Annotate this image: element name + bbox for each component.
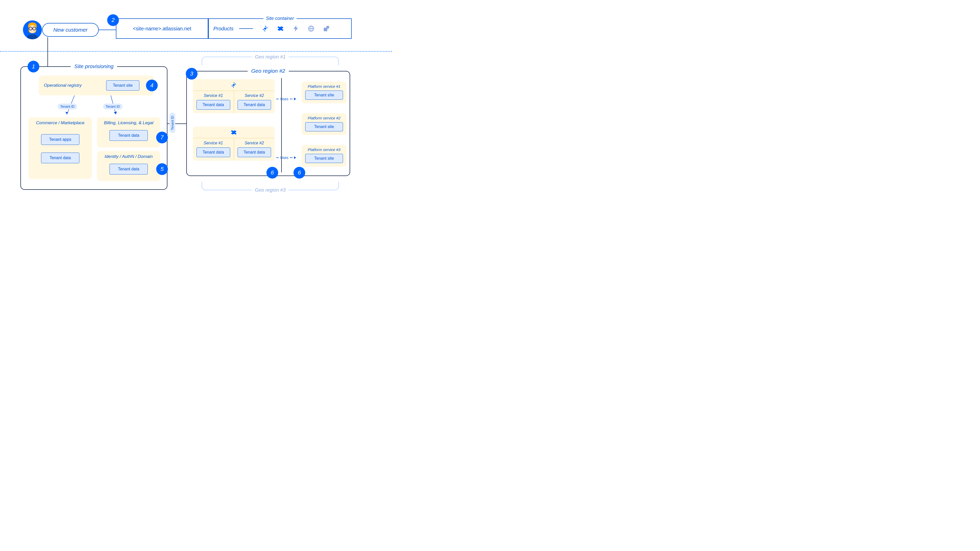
tenant-data-chip: Tenant data — [41, 152, 80, 163]
service-2-title: Service #2 — [238, 94, 271, 98]
jira-icon — [262, 25, 269, 32]
site-container-title: Site container — [263, 16, 297, 21]
platform-service-3-title: Platform service #3 — [305, 148, 343, 152]
service-1-box: Service #1 Tenant data — [193, 138, 234, 161]
commerce-marketplace-box: Commerce / Marketplace Tenant apps Tenan… — [29, 118, 92, 179]
tenant-data-chip: Tenant data — [197, 100, 230, 110]
platform-service-1-title: Platform service #1 — [305, 84, 343, 89]
service-2-box: Service #2 Tenant data — [234, 138, 275, 161]
service-2-title: Service #2 — [238, 141, 271, 145]
tenant-site-chip: Tenant sIte — [305, 91, 343, 100]
geo-region-1-title: Geo region #1 — [252, 54, 289, 60]
billing-title: Billing, Licensing, & Legal — [97, 118, 160, 125]
step-badge-1: 1 — [27, 61, 39, 73]
service-1-title: Service #1 — [197, 141, 230, 145]
site-url-box: <site-name>.atlassian.net — [116, 18, 208, 39]
tenant-data-chip: Tenant data — [197, 148, 230, 157]
connector-line — [48, 37, 48, 67]
step-badge-4: 4 — [146, 79, 158, 91]
connector-line — [99, 30, 116, 30]
products-connector — [239, 28, 253, 29]
tenant-site-chip: Tenant site — [106, 80, 139, 91]
identity-box: Identity / AuthN / Domain Tenant data — [97, 151, 160, 181]
product-icons-row — [262, 25, 330, 32]
operational-registry-title: Operational registry — [44, 83, 82, 88]
svg-marker-13 — [114, 111, 117, 114]
confluence-icon — [277, 25, 284, 32]
site-url-text: <site-name>.atlassian.net — [133, 26, 191, 32]
identity-title: Identity / AuthN / Domain — [97, 151, 160, 159]
geo-region-2-title: Geo region #2 — [248, 68, 289, 74]
tenant-site-chip: Tenant site — [305, 154, 343, 163]
site-provisioning-container: Site provisioning Operational registry T… — [21, 66, 167, 190]
jira-block-icon — [193, 79, 275, 91]
site-container-box: Site container Products — [208, 18, 352, 39]
step-badge-6: 6 — [266, 167, 278, 179]
bolt-icon — [292, 25, 299, 32]
tenant-data-chip: Tenant data — [238, 148, 271, 157]
tenant-data-chip: Tenant data — [238, 100, 271, 110]
confluence-icon — [231, 129, 237, 136]
tenant-id-pill: Tenant ID — [58, 103, 77, 110]
operational-registry-box: Operational registry Tenant site — [39, 76, 154, 95]
geo-region-1-ghost: Geo region #1 — [202, 57, 339, 65]
platform-service-2-title: Platform service #2 — [305, 116, 343, 120]
globe-icon — [307, 25, 315, 32]
uses-arrow: Uses — [276, 156, 296, 160]
platform-service-1: Platform service #1 Tenant sIte — [302, 82, 347, 103]
jira-icon — [231, 82, 237, 88]
service-2-box: Service #2 Tenant data — [234, 91, 275, 113]
site-provisioning-title: Site provisioning — [71, 63, 117, 69]
geo-region-3-ghost: Geo region #3 — [202, 182, 339, 190]
svg-point-1 — [29, 25, 36, 33]
tenant-site-chip: Tenant site — [305, 122, 343, 131]
service-1-title: Service #1 — [197, 94, 230, 98]
tenant-data-chip: Tenant data — [110, 164, 148, 175]
step-badge-7: 7 — [156, 132, 168, 143]
service-1-box: Service #1 Tenant data — [193, 91, 234, 113]
products-label: Products — [213, 26, 234, 32]
new-customer-label: New customer — [42, 23, 99, 37]
tenant-apps-chip: Tenant apps — [41, 134, 80, 145]
uses-arrow: Uses — [276, 97, 296, 101]
jira-services-block: Service #1 Tenant data Service #2 Tenant… — [193, 79, 275, 113]
confluence-block-icon — [193, 127, 275, 138]
avatar-illustration — [23, 21, 42, 39]
customer-avatar — [23, 21, 42, 39]
step-badge-2: 2 — [107, 14, 119, 26]
geo-region-2-container: Geo region #2 3 Service #1 Tenant data S… — [186, 71, 350, 176]
confluence-services-block: Service #1 Tenant data Service #2 Tenant… — [193, 127, 275, 161]
platform-service-2: Platform service #2 Tenant site — [302, 113, 347, 135]
tenant-data-chip: Tenant data — [110, 130, 148, 141]
step-badge-5: 5 — [156, 163, 168, 175]
step-badge-3: 3 — [186, 68, 197, 79]
geo-region-3-title: Geo region #3 — [252, 187, 289, 193]
horizontal-dotted-separator — [0, 51, 392, 52]
commerce-title: Commerce / Marketplace — [29, 118, 92, 125]
external-icon — [323, 25, 330, 32]
billing-box: Billing, Licensing, & Legal Tenant data — [97, 118, 160, 148]
step-badge-6: 6 — [293, 167, 305, 179]
platform-service-3: Platform service #3 Tenant site — [302, 145, 347, 167]
svg-rect-9 — [326, 26, 329, 29]
tenant-id-pill: Tenant ID — [103, 103, 123, 110]
tenant-id-pill-vertical: Tenant ID — [169, 113, 175, 133]
new-customer-text: New customer — [53, 27, 88, 33]
